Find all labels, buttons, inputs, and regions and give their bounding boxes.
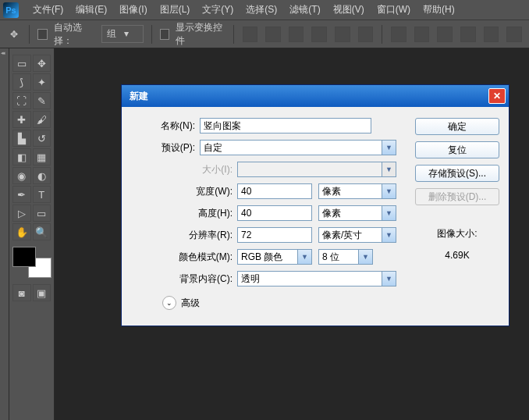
chevron-down-icon: ▼ [382, 206, 396, 220]
auto-select-target[interactable]: 组 ▾ [101, 25, 144, 43]
auto-select-label: 自动选择： [54, 21, 95, 48]
save-preset-button[interactable]: 存储预设(S)... [415, 165, 499, 182]
chevron-down-icon: ▼ [382, 162, 396, 176]
distribute-btn [460, 27, 476, 42]
crop-tool[interactable]: ⛶ [12, 92, 31, 109]
menu-type[interactable]: 文字(Y) [196, 3, 240, 16]
distribute-btn [506, 27, 522, 42]
distribute-btn [484, 27, 499, 42]
eyedropper-tool[interactable]: ✎ [33, 92, 51, 109]
new-document-dialog: 新建 ✕ 名称(N): 预设(P): 自定▼ 大小(I): ▼ 宽度(W): 像… [121, 84, 509, 326]
menu-select[interactable]: 选择(S) [240, 3, 283, 16]
delete-preset-button: 删除预设(D)... [415, 188, 499, 205]
menu-view[interactable]: 视图(V) [327, 3, 371, 16]
height-label: 高度(H): [131, 207, 237, 220]
menu-layer[interactable]: 图层(L) [154, 3, 197, 16]
quickmask-tool[interactable]: ◙ [12, 284, 31, 301]
pen-tool[interactable]: ✒ [12, 186, 31, 203]
distribute-btn [437, 27, 453, 42]
move-tool[interactable]: ✥ [33, 55, 51, 72]
chevron-down-icon: ▼ [382, 272, 396, 286]
distribute-btn [414, 27, 430, 42]
resolution-input[interactable] [237, 227, 312, 243]
size-select: ▼ [237, 162, 396, 177]
width-input[interactable] [237, 183, 312, 199]
size-label: 大小(I): [131, 163, 237, 176]
dodge-tool[interactable]: ◐ [33, 167, 51, 184]
chevron-expand-icon: ⌄ [162, 296, 176, 310]
marquee-tool[interactable]: ▭ [12, 55, 31, 72]
height-input[interactable] [237, 205, 312, 221]
align-btn [358, 27, 374, 42]
chevron-down-icon: ▼ [382, 184, 396, 198]
align-btn [243, 27, 258, 42]
divider [29, 25, 30, 44]
preset-label: 预设(P): [131, 141, 200, 155]
shape-tool[interactable]: ▭ [33, 205, 51, 222]
dialog-titlebar[interactable]: 新建 ✕ [122, 85, 509, 107]
close-button[interactable]: ✕ [488, 88, 506, 104]
bg-select[interactable]: 透明▼ [237, 271, 396, 287]
chevron-down-icon: ▼ [358, 250, 372, 264]
advanced-toggle[interactable]: ⌄ 高级 [162, 296, 404, 310]
path-select-tool[interactable]: ▷ [12, 205, 31, 222]
color-mode-label: 颜色模式(M): [131, 251, 237, 264]
menu-window[interactable]: 窗口(W) [371, 3, 417, 16]
reset-button[interactable]: 复位 [415, 141, 499, 158]
menu-help[interactable]: 帮助(H) [417, 3, 461, 16]
dialog-title: 新建 [130, 90, 148, 103]
divider [382, 25, 382, 44]
chevron-down-icon: ▼ [382, 141, 396, 155]
brush-tool[interactable]: 🖌 [33, 111, 51, 128]
menu-edit[interactable]: 编辑(E) [69, 3, 113, 16]
color-swatch[interactable] [12, 247, 51, 278]
eraser-tool[interactable]: ◧ [12, 148, 31, 166]
move-tool-icon: ✥ [6, 26, 21, 43]
height-unit-select[interactable]: 像素▼ [318, 205, 396, 221]
options-bar: ✥ 自动选择： 组 ▾ 显示变换控件 [0, 20, 529, 48]
auto-select-checkbox[interactable] [37, 29, 48, 40]
screen-mode-tool[interactable]: ▣ [33, 284, 51, 301]
preset-select[interactable]: 自定▼ [200, 140, 396, 155]
bit-depth-select[interactable]: 8 位▼ [318, 249, 373, 265]
chevron-down-icon: ▼ [382, 228, 396, 242]
hand-tool[interactable]: ✋ [12, 223, 31, 240]
image-size-value: 4.69K [415, 250, 499, 261]
history-brush-tool[interactable]: ↺ [33, 130, 51, 147]
wand-tool[interactable]: ✦ [33, 73, 51, 91]
align-btn [265, 27, 281, 42]
gradient-tool[interactable]: ▦ [33, 148, 51, 166]
name-input[interactable] [200, 118, 371, 133]
panel-collapse-strip[interactable] [0, 48, 9, 420]
foreground-color[interactable] [12, 247, 36, 267]
show-transform-checkbox[interactable] [160, 29, 170, 40]
color-mode-select[interactable]: RGB 颜色▼ [237, 249, 312, 265]
heal-tool[interactable]: ✚ [12, 111, 31, 128]
align-btn [311, 27, 327, 42]
menu-filter[interactable]: 滤镜(T) [283, 3, 326, 16]
chevron-down-icon: ▼ [297, 250, 311, 264]
width-label: 宽度(W): [131, 185, 237, 198]
divider [151, 25, 152, 44]
menu-bar: Ps 文件(F) 编辑(E) 图像(I) 图层(L) 文字(Y) 选择(S) 滤… [0, 0, 529, 20]
divider [233, 25, 234, 44]
toolbox: ▭✥ ⟆✦ ⛶✎ ✚🖌 ▙↺ ◧▦ ◉◐ ✒T ▷▭ ✋🔍 ◙▣ [9, 48, 55, 420]
app-logo: Ps [3, 2, 19, 18]
lasso-tool[interactable]: ⟆ [12, 73, 31, 91]
image-size-label: 图像大小: [415, 227, 499, 240]
blur-tool[interactable]: ◉ [12, 167, 31, 184]
menu-file[interactable]: 文件(F) [27, 3, 69, 16]
show-transform-label: 显示变换控件 [176, 21, 225, 48]
bg-label: 背景内容(C): [131, 272, 237, 286]
ok-button[interactable]: 确定 [415, 118, 499, 135]
menu-image[interactable]: 图像(I) [113, 3, 153, 16]
align-btn [289, 27, 304, 42]
stamp-tool[interactable]: ▙ [12, 130, 31, 147]
resolution-unit-select[interactable]: 像素/英寸▼ [318, 227, 396, 243]
width-unit-select[interactable]: 像素▼ [318, 183, 396, 199]
type-tool[interactable]: T [33, 186, 51, 203]
name-label: 名称(N): [131, 119, 200, 133]
resolution-label: 分辨率(R): [131, 229, 237, 242]
distribute-btn [391, 27, 407, 42]
zoom-tool[interactable]: 🔍 [33, 223, 51, 240]
